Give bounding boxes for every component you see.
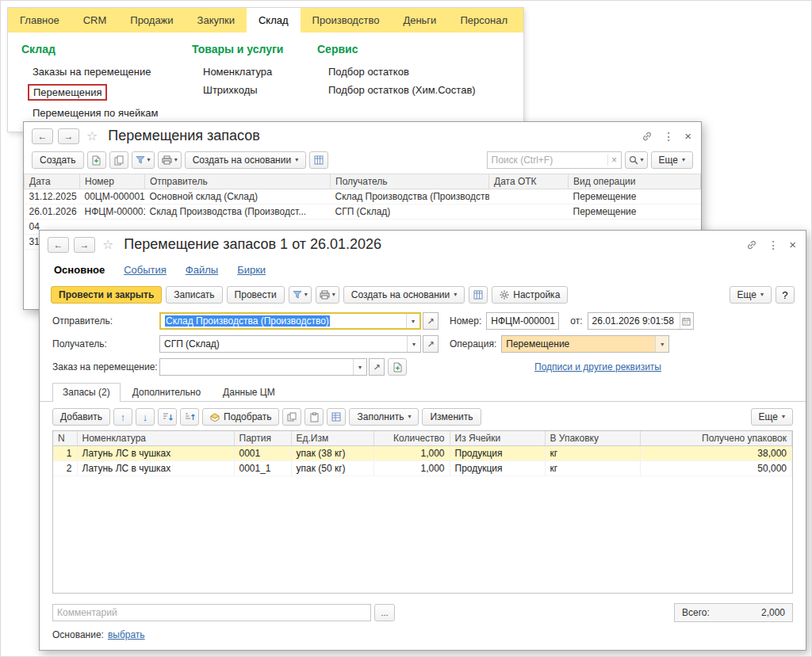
col-sender[interactable]: Отправитель	[145, 174, 331, 189]
favorite-star-icon[interactable]: ☆	[86, 128, 98, 143]
copy-document-icon[interactable]	[109, 151, 128, 169]
items-more-button[interactable]: Еще▾	[751, 408, 793, 426]
receiver-field[interactable]: СГП (Склад) ▾	[159, 335, 421, 353]
move-down-button[interactable]: ↓	[136, 408, 155, 426]
edit-button[interactable]: Изменить	[422, 408, 481, 426]
items-row[interactable]: 2 Латунь ЛС в чушках 0001_1 упак (50 кг)…	[53, 461, 792, 476]
get-link-icon[interactable]	[746, 239, 757, 250]
signatures-link[interactable]: Подписи и другие реквизиты	[534, 361, 661, 372]
col-quantity[interactable]: Количество	[373, 431, 450, 446]
menu-tab-purchases[interactable]: Закупки	[186, 8, 247, 32]
close-window-icon[interactable]: ×	[684, 129, 691, 143]
write-button[interactable]: Записать	[166, 286, 222, 304]
menu-link-stock-selection-chem[interactable]: Подбор остатков (Хим.Состав)	[317, 81, 523, 99]
filter-button[interactable]: ▾	[132, 151, 155, 169]
filter-button[interactable]: ▾	[289, 286, 312, 304]
col-receiver[interactable]: Получатель	[331, 174, 489, 189]
add-row-button[interactable]: Добавить	[52, 408, 110, 426]
more-menu-icon[interactable]: ⋮	[663, 130, 674, 143]
menu-tab-money[interactable]: Деньги	[391, 8, 448, 32]
col-received-packages[interactable]: Получено упаковок	[640, 431, 792, 446]
forward-button[interactable]: →	[74, 237, 95, 253]
sender-dropdown-icon[interactable]: ▾	[406, 314, 419, 328]
col-from-cell[interactable]: Из Ячейки	[450, 431, 545, 446]
back-button[interactable]: ←	[32, 128, 53, 144]
col-to-package[interactable]: В Упаковку	[545, 431, 640, 446]
calendar-icon[interactable]	[680, 313, 693, 329]
print-button[interactable]: ▾	[158, 151, 182, 169]
basis-select-link[interactable]: выбрать	[108, 629, 145, 640]
order-open-button[interactable]: ↗	[369, 358, 385, 376]
settings-button[interactable]: Настройка	[492, 286, 568, 304]
back-button[interactable]: ←	[48, 237, 69, 253]
menu-tab-crm[interactable]: CRM	[71, 8, 119, 32]
menu-link-transfer-orders[interactable]: Заказы на перемещение	[21, 63, 192, 81]
report-table-icon[interactable]	[309, 151, 328, 169]
search-options-button[interactable]: ▾	[625, 151, 648, 169]
get-link-icon[interactable]	[642, 131, 653, 142]
doc-more-button[interactable]: Еще▾	[730, 286, 772, 304]
sort-asc-icon[interactable]	[158, 408, 177, 426]
table-row[interactable]: 31.12.202500ЦМ-000001Основной склад (Скл…	[25, 189, 701, 204]
col-unit[interactable]: Ед.Изм	[291, 431, 373, 446]
create-based-on-button[interactable]: Создать на основании▾	[185, 151, 307, 169]
tab-main[interactable]: Основное	[54, 264, 105, 276]
menu-tab-sales[interactable]: Продажи	[118, 8, 185, 32]
menu-link-barcodes[interactable]: Штрихкоды	[192, 81, 317, 99]
table-settings-icon[interactable]	[327, 408, 346, 426]
menu-link-nomenclature[interactable]: Номенклатура	[192, 63, 317, 81]
report-table-icon[interactable]	[469, 286, 488, 304]
create-based-on-button[interactable]: Создать на основании▾	[343, 286, 465, 304]
menu-tab-main[interactable]: Главное	[8, 8, 71, 32]
copy-rows-icon[interactable]	[282, 408, 301, 426]
clear-search-icon[interactable]: ×	[607, 155, 621, 166]
receiver-dropdown-icon[interactable]: ▾	[407, 336, 420, 352]
col-otk-date[interactable]: Дата ОТК	[489, 174, 569, 189]
fill-button[interactable]: Заполнить▾	[349, 408, 419, 426]
search-input[interactable]	[488, 155, 607, 166]
sort-desc-icon[interactable]	[180, 408, 199, 426]
menu-link-stock-selection[interactable]: Подбор остатков	[317, 63, 523, 81]
col-number[interactable]: Номер	[80, 174, 145, 189]
col-n[interactable]: N	[53, 431, 77, 446]
comment-expand-button[interactable]: ...	[374, 604, 395, 621]
move-up-button[interactable]: ↑	[113, 408, 132, 426]
menu-link-cell-transfers[interactable]: Перемещения по ячейкам	[21, 104, 192, 122]
col-nomenclature[interactable]: Номенклатура	[77, 431, 234, 446]
post-button[interactable]: Провести	[227, 286, 285, 304]
menu-tab-warehouse[interactable]: Склад	[247, 8, 301, 32]
table-row[interactable]: 26.01.2026НФЦМ-000001Склад Производства …	[25, 204, 701, 220]
list-more-button[interactable]: Еще▾	[651, 151, 693, 169]
copy-new-icon[interactable]	[87, 151, 106, 169]
col-batch[interactable]: Партия	[234, 431, 291, 446]
sender-field[interactable]: Склад Производства (Производство) ▾	[159, 312, 421, 330]
order-field[interactable]: ▾	[159, 358, 367, 376]
post-and-close-button[interactable]: Провести и закрыть	[51, 286, 162, 304]
tab-items[interactable]: Запасы (2)	[52, 383, 121, 402]
items-row[interactable]: 1 Латунь ЛС в чушках 0001 упак (38 кг) 1…	[53, 446, 792, 461]
col-operation-kind[interactable]: Вид операции	[569, 174, 701, 189]
tab-additional[interactable]: Дополнительно	[122, 383, 211, 402]
operation-dropdown-icon[interactable]: ▾	[655, 336, 668, 352]
menu-tab-production[interactable]: Производство	[301, 8, 392, 32]
menu-tab-personnel[interactable]: Персонал	[448, 8, 519, 32]
tab-tags[interactable]: Бирки	[237, 264, 266, 276]
print-button[interactable]: ▾	[316, 286, 339, 304]
receiver-open-button[interactable]: ↗	[423, 335, 439, 353]
comment-input[interactable]	[53, 605, 370, 621]
forward-button[interactable]: →	[58, 128, 79, 144]
operation-field[interactable]: Перемещение ▾	[501, 335, 669, 353]
col-date[interactable]: Дата	[25, 174, 80, 189]
create-button[interactable]: Создать	[32, 151, 84, 169]
favorite-star-icon[interactable]: ☆	[102, 237, 113, 252]
tab-events[interactable]: События	[124, 264, 167, 276]
number-field[interactable]: НФЦМ-000001	[486, 312, 559, 330]
menu-link-transfers[interactable]: Перемещения	[21, 81, 192, 104]
tab-files[interactable]: Файлы	[186, 264, 218, 276]
date-field[interactable]: 26.01.2026 9:01:58	[588, 312, 694, 330]
close-window-icon[interactable]: ×	[789, 238, 796, 251]
sender-open-button[interactable]: ↗	[423, 312, 439, 330]
paste-rows-icon[interactable]	[304, 408, 324, 426]
create-order-button[interactable]	[388, 358, 407, 376]
order-dropdown-icon[interactable]: ▾	[353, 359, 366, 375]
